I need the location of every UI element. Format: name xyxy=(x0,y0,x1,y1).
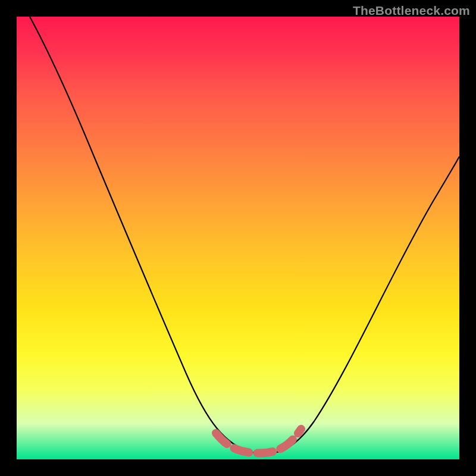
chart-canvas xyxy=(17,17,459,459)
bottleneck-curve-line xyxy=(30,17,459,453)
chart-svg xyxy=(17,17,459,459)
watermark-text: TheBottleneck.com xyxy=(353,4,470,18)
optimal-zone-marker xyxy=(216,429,301,453)
